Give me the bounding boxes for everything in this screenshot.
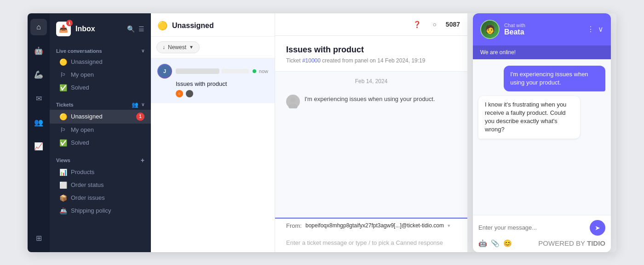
ticket-meta: Ticket #10000 created from panel on 14 F…: [286, 57, 456, 64]
ticket-unassigned-icon: 🟡: [59, 113, 67, 120]
order-issues-icon: 📦: [59, 194, 67, 202]
conv-time: now: [259, 68, 268, 74]
chat-bubble-received: I know it's frustrating when you receive…: [478, 96, 580, 139]
nav-tickets-unassigned[interactable]: 🟡 Unassigned 1: [50, 110, 151, 124]
from-dropdown-icon[interactable]: ▾: [448, 223, 450, 229]
ticket-solved-icon: ✅: [59, 139, 67, 147]
reply-placeholder: Enter a ticket message or type / to pick…: [286, 239, 443, 246]
nav-view-order-issues[interactable]: 📦 Order issues: [50, 192, 151, 204]
nav-icon-analytics[interactable]: 📈: [30, 138, 47, 155]
nav-live-solved[interactable]: ✅ Solved: [50, 81, 151, 94]
menu-icon[interactable]: ☰: [138, 25, 144, 33]
filter-button[interactable]: ↓ Newest ▼: [156, 41, 200, 53]
chat-footer: ➤ 🤖 📎 😊 POWERED BY TIDIO: [473, 215, 611, 252]
conv-panel-title: Unassigned: [172, 22, 214, 30]
chat-agent-name: Beata: [504, 28, 582, 36]
chat-attachment-icon[interactable]: 📎: [491, 239, 500, 248]
ticket-link[interactable]: #10000: [302, 57, 321, 64]
filter-label: Newest: [168, 44, 186, 51]
nav-icon-bot2[interactable]: 🦾: [30, 67, 47, 83]
chat-bubble-sent: I'm experiencing issues when using your …: [504, 66, 605, 91]
products-icon: 📊: [59, 169, 67, 176]
msg-text: I'm experiencing issues when using your …: [305, 95, 435, 104]
nav-view-shipping[interactable]: 🚢 Shipping policy: [50, 204, 151, 217]
nav-view-order-status[interactable]: ⬜ Order status: [50, 179, 151, 192]
filter-chevron-icon: ▼: [189, 45, 194, 50]
conversations-panel: 🟡 Unassigned ↓ Newest ▼ J: [151, 13, 275, 252]
nav-icon-bot[interactable]: 🤖: [30, 43, 47, 59]
views-add-icon[interactable]: +: [141, 157, 144, 164]
order-status-icon: ⬜: [59, 181, 67, 189]
chat-emoji-icon[interactable]: 😊: [503, 239, 512, 248]
conv-panel-header: 🟡 Unassigned: [151, 13, 275, 37]
nav-icon-mail[interactable]: ✉: [30, 90, 47, 107]
chevron-live-icon: ∨: [141, 48, 144, 53]
unassigned-icon: 🟡: [59, 58, 67, 66]
nav-icon-contacts[interactable]: 👥: [30, 114, 47, 131]
conv-header-emoji: 🟡: [157, 21, 167, 31]
from-label: From:: [286, 222, 302, 229]
chat-input[interactable]: [478, 224, 586, 231]
ticket-meta-prefix: Ticket: [286, 57, 301, 64]
help-icon[interactable]: ❓: [411, 18, 424, 31]
chat-chevron-icon[interactable]: ∨: [598, 25, 604, 34]
sidebar-header: 📥 1 Inbox 🔍 ☰: [50, 13, 151, 43]
chat-send-button[interactable]: ➤: [590, 220, 605, 236]
chat-widget: 🧑 Chat with Beata ⋮ ∨ We are online! I'm…: [473, 13, 611, 252]
chevron-tickets-icon: ∨: [141, 102, 144, 107]
tag-orange: ○: [176, 90, 183, 97]
search-icon[interactable]: 🔍: [127, 25, 135, 33]
tag-red: [186, 90, 193, 97]
from-bar: From: bopeifoqx8mhgp8gtaifyx27fpt3agw9[.…: [275, 218, 467, 233]
section-live-conversations[interactable]: Live conversations ∨: [50, 45, 151, 56]
ticket-meta-suffix: created from panel on 14 Feb 2024, 19:19: [322, 57, 425, 64]
date-divider: Feb 14, 2024: [275, 72, 467, 91]
from-email: bopeifoqx8mhgp8gtaifyx27fpt3agw9[...]@ti…: [305, 222, 444, 229]
sidebar-logo: 📥 1: [56, 22, 71, 36]
nav-view-products[interactable]: 📊 Products: [50, 166, 151, 179]
reply-input-area[interactable]: Enter a ticket message or type / to pick…: [275, 233, 467, 252]
ticket-info: Issues with product Ticket #10000 create…: [275, 36, 467, 72]
conv-filter: ↓ Newest ▼: [151, 37, 275, 58]
solved-icon: ✅: [59, 84, 67, 91]
filter-arrow-icon: ↓: [162, 44, 165, 51]
conv-item[interactable]: J now Issues with product ○: [151, 58, 275, 103]
nav-icon-home[interactable]: ⌂: [30, 19, 47, 35]
svg-point-1: [288, 104, 298, 108]
ticket-id: 5087: [446, 21, 460, 28]
svg-point-0: [290, 97, 296, 103]
nav-live-myopen[interactable]: 🏳 My open: [50, 68, 151, 81]
chat-online-bar: We are online!: [473, 45, 611, 59]
tidio-brand: TIDIO: [587, 239, 605, 247]
chat-agent-avatar: 🧑: [480, 20, 500, 39]
powered-label: POWERED BY: [538, 239, 585, 247]
chat-bot-icon[interactable]: 🤖: [478, 239, 487, 248]
chat-more-icon[interactable]: ⋮: [587, 25, 594, 34]
ticket-unassigned-badge: 1: [136, 113, 144, 121]
main-body: Issues with product Ticket #10000 create…: [275, 36, 467, 217]
nav-tickets-solved[interactable]: ✅ Solved: [50, 136, 151, 149]
online-indicator: [253, 69, 256, 73]
conv-name-blurred: [176, 68, 219, 74]
conv-email-blurred: [221, 69, 249, 73]
sidebar-badge: 1: [66, 20, 73, 26]
conv-subject: Issues with product: [176, 80, 268, 87]
section-tickets[interactable]: Tickets 👥 ∨: [50, 98, 151, 110]
nav-live-unassigned[interactable]: 🟡 Unassigned: [50, 56, 151, 68]
icon-sidebar: ⌂ 🤖 🦾 ✉ 👥 📈 ⊞: [28, 13, 50, 252]
chat-online-text: We are online!: [480, 49, 516, 56]
shipping-icon: 🚢: [59, 207, 67, 214]
ticket-add-icon[interactable]: 👥: [132, 101, 138, 108]
refresh-icon[interactable]: ○: [428, 18, 441, 31]
chat-header: 🧑 Chat with Beata ⋮ ∨: [473, 13, 611, 45]
nav-tickets-myopen[interactable]: 🏳 My open: [50, 124, 151, 136]
chat-messages: I'm experiencing issues when using your …: [473, 59, 611, 215]
conv-avatar: J: [157, 64, 172, 79]
nav-icon-grid[interactable]: ⊞: [30, 230, 47, 247]
sidebar-title: Inbox: [75, 25, 95, 33]
myopen-icon: 🏳: [59, 71, 67, 79]
powered-by: POWERED BY TIDIO: [538, 239, 605, 247]
section-views[interactable]: Views +: [50, 153, 151, 166]
sidebar: 📥 1 Inbox 🔍 ☰ Live conversations ∨ 🟡 Una…: [50, 13, 151, 252]
message-row: I'm experiencing issues when using your …: [275, 91, 467, 112]
